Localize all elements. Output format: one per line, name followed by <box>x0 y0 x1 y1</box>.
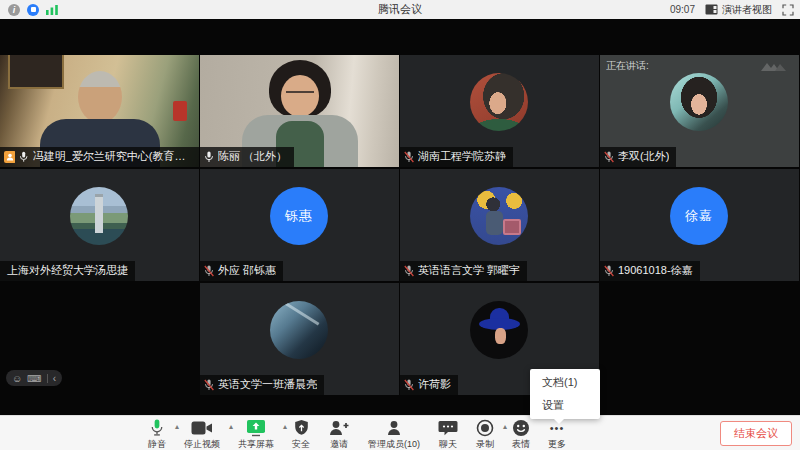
chat-bubble-icon <box>438 419 458 437</box>
chat-button[interactable]: 聊天 <box>438 419 458 450</box>
invite-button[interactable]: 邀请 <box>328 419 350 450</box>
mic-muted-icon <box>204 265 214 277</box>
participant-tile[interactable]: 英语语言文学 郭曜宇 <box>400 169 599 281</box>
participant-tile[interactable]: 冯建明_爱尔兰研究中心(教育部备... <box>0 55 199 167</box>
participant-name: 李双(北外) <box>618 149 669 164</box>
participant-tile[interactable]: 上海对外经贸大学汤思捷 <box>0 169 199 281</box>
avatar-initials: 铄惠 <box>270 187 328 245</box>
chevron-up-icon[interactable]: ▴ <box>283 423 287 431</box>
participant-label: 李双(北外) <box>600 147 676 167</box>
menu-item-documents[interactable]: 文档(1) <box>530 371 600 394</box>
view-mode-button[interactable]: 演讲者视图 <box>705 3 772 17</box>
bottom-toolbar: ▴ 静音 ▴ 停止视频 ▴ 共享屏幕 <box>0 415 800 450</box>
participant-name: 外应 邵铄惠 <box>218 263 276 278</box>
end-meeting-button[interactable]: 结束会议 <box>720 421 792 446</box>
mic-muted-icon <box>404 379 414 391</box>
participant-name: 湖南工程学院苏静 <box>418 149 506 164</box>
participant-tile[interactable]: 湖南工程学院苏静 <box>400 55 599 167</box>
participant-tile[interactable]: 徐嘉 19061018-徐嘉 <box>600 169 799 281</box>
avatar <box>470 73 528 131</box>
reactions-button[interactable]: 表情 <box>512 419 530 450</box>
clock: 09:07 <box>670 4 695 15</box>
participant-name: 19061018-徐嘉 <box>618 263 693 278</box>
members-icon <box>385 419 403 437</box>
participant-label: 外应 邵铄惠 <box>200 261 283 281</box>
mic-icon <box>148 419 166 437</box>
invite-person-icon <box>328 419 350 437</box>
watermark-logo-icon <box>759 58 793 74</box>
participant-label: 19061018-徐嘉 <box>600 261 700 281</box>
menu-item-settings[interactable]: 设置 <box>530 394 600 417</box>
participant-name: 英语文学一班潘晨亮 <box>218 377 317 392</box>
emoji-icon[interactable]: ☺ <box>12 373 22 384</box>
video-grid: 冯建明_爱尔兰研究中心(教育部备... 陈丽 （北外） <box>0 19 800 415</box>
record-button[interactable]: ▴ 录制 <box>476 419 494 450</box>
participant-tile-speaking[interactable]: 正在讲话: 李双(北外) <box>600 55 799 167</box>
mic-muted-icon <box>404 265 414 277</box>
quick-reaction-pill: ☺ ⌨ ‹ <box>6 370 62 386</box>
mic-muted-icon <box>604 265 614 277</box>
avatar-initials: 徐嘉 <box>670 187 728 245</box>
avatar <box>670 73 728 131</box>
mic-muted-icon <box>604 151 614 163</box>
more-popup-menu: 文档(1) 设置 <box>530 369 600 419</box>
avatar <box>70 187 128 245</box>
security-button[interactable]: 安全 <box>292 419 310 450</box>
participant-label: 上海对外经贸大学汤思捷 <box>0 261 135 281</box>
chevron-up-icon[interactable]: ▴ <box>229 423 233 431</box>
speaking-label: 正在讲话: <box>606 59 649 73</box>
participant-label: 英语语言文学 郭曜宇 <box>400 261 527 281</box>
record-icon <box>476 419 494 437</box>
camera-icon <box>191 419 213 437</box>
mic-on-icon <box>204 151 214 163</box>
shield-icon <box>293 419 310 437</box>
participant-label: 冯建明_爱尔兰研究中心(教育部备... <box>0 147 199 167</box>
participant-label: 许荷影 <box>400 375 458 395</box>
participant-name: 上海对外经贸大学汤思捷 <box>4 263 128 278</box>
stop-video-button[interactable]: ▴ 停止视频 <box>184 419 220 450</box>
chevron-up-icon[interactable]: ▴ <box>503 423 507 431</box>
mic-muted-icon <box>204 379 214 391</box>
participant-tile[interactable]: 铄惠 外应 邵铄惠 <box>200 169 399 281</box>
fullscreen-icon[interactable] <box>782 4 794 16</box>
share-screen-button[interactable]: ▴ 共享屏幕 <box>238 419 274 450</box>
share-screen-icon <box>246 419 266 437</box>
mute-button[interactable]: ▴ 静音 <box>148 419 166 450</box>
view-mode-label: 演讲者视图 <box>722 3 772 17</box>
participant-name: 冯建明_爱尔兰研究中心(教育部备... <box>33 149 195 164</box>
keyboard-icon[interactable]: ⌨ <box>27 373 41 384</box>
smiley-icon <box>512 419 530 437</box>
participant-label: 陈丽 （北外） <box>200 147 294 167</box>
manage-members-button[interactable]: 管理成员(10) <box>368 419 420 450</box>
divider <box>47 374 48 383</box>
topbar: i 腾讯会议 09:07 演讲者视图 <box>0 0 800 20</box>
participant-name: 英语语言文学 郭曜宇 <box>418 263 520 278</box>
chevron-up-icon[interactable]: ▴ <box>175 423 179 431</box>
participant-label: 湖南工程学院苏静 <box>400 147 513 167</box>
participant-label: 英语文学一班潘晨亮 <box>200 375 324 395</box>
participant-name: 许荷影 <box>418 377 451 392</box>
collapse-icon[interactable]: ‹ <box>53 373 56 384</box>
avatar <box>470 301 528 359</box>
participant-tile[interactable]: 陈丽 （北外） <box>200 55 399 167</box>
avatar <box>470 187 528 245</box>
tencent-meeting-window: i 腾讯会议 09:07 演讲者视图 <box>0 0 800 450</box>
mic-muted-icon <box>404 151 414 163</box>
participant-tile[interactable]: 英语文学一班潘晨亮 <box>200 283 399 395</box>
host-badge-icon <box>4 151 15 163</box>
mic-on-icon <box>19 151 28 163</box>
avatar <box>270 301 328 359</box>
participant-name: 陈丽 （北外） <box>218 149 287 164</box>
speaker-view-icon <box>705 4 718 15</box>
